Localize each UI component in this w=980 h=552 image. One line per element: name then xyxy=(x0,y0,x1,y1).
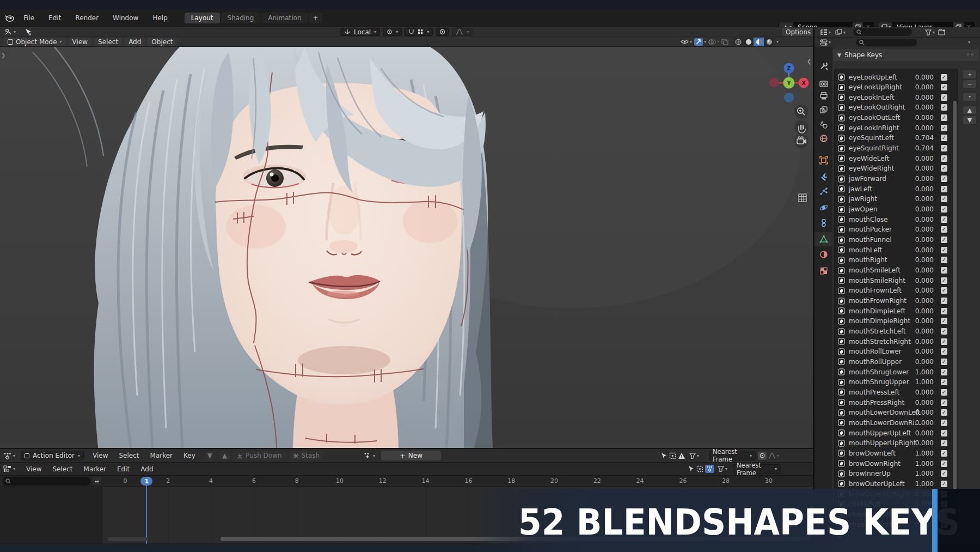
timeline-ruler[interactable]: 024681012141618202224262830 xyxy=(0,476,813,487)
shape-key-checkbox[interactable]: ✓ xyxy=(941,74,947,81)
move-shape-key-up-button[interactable]: ▲ xyxy=(963,106,977,115)
move-channel-up-button[interactable]: ▲ xyxy=(219,451,230,460)
shape-key-value[interactable]: 0.000 xyxy=(915,226,934,233)
shading-material-icon[interactable] xyxy=(754,38,764,46)
remove-shape-key-button[interactable]: − xyxy=(963,80,977,89)
channel-scrollbar[interactable] xyxy=(108,537,148,541)
filter-icon-2[interactable]: ▾ xyxy=(718,466,727,472)
shape-key-value[interactable]: 0.000 xyxy=(915,236,934,244)
shape-key-checkbox[interactable]: ✓ xyxy=(941,409,947,416)
shape-key-row[interactable]: mouthStretchRight0.000✓ xyxy=(835,336,958,347)
shape-key-row[interactable]: jawRight0.000✓ xyxy=(835,194,958,204)
shape-key-value[interactable]: 0.000 xyxy=(915,94,934,101)
shape-key-checkbox[interactable]: ✓ xyxy=(941,206,947,213)
timeline-menu-marker[interactable]: Marker xyxy=(78,465,112,473)
move-tool-icon[interactable] xyxy=(24,28,33,36)
shape-key-value[interactable]: 0.000 xyxy=(915,195,934,203)
error-icon[interactable] xyxy=(678,452,685,459)
properties-tab-texture[interactable] xyxy=(814,264,832,278)
move-channel-down-button[interactable]: ▼ xyxy=(204,451,216,460)
transform-orientation-dropdown[interactable]: Local ▾ xyxy=(340,28,380,36)
properties-tab-material[interactable] xyxy=(814,247,832,262)
shape-key-value[interactable]: 0.000 xyxy=(915,307,934,315)
workspace-tab-shading[interactable]: Shading xyxy=(221,13,261,23)
overlays-dropdown[interactable]: ▾ xyxy=(708,39,719,45)
shape-key-row[interactable]: mouthPressLeft0.000✓ xyxy=(835,387,958,397)
menu-edit[interactable]: Edit xyxy=(41,14,68,22)
shape-key-row[interactable]: mouthFunnel0.000✓ xyxy=(835,235,958,245)
shading-rendered-icon[interactable] xyxy=(764,38,774,46)
snap-keyframes-icon[interactable] xyxy=(705,465,714,473)
shape-key-checkbox[interactable]: ✓ xyxy=(941,257,947,263)
shape-key-checkbox[interactable]: ✓ xyxy=(941,308,947,314)
properties-collapse-arrow[interactable]: ❮ xyxy=(807,58,811,64)
shape-key-checkbox[interactable]: ✓ xyxy=(941,420,947,426)
xray-toggle-icon[interactable] xyxy=(721,39,728,45)
shape-key-value[interactable]: 0.000 xyxy=(915,409,934,416)
shape-key-checkbox[interactable]: ✓ xyxy=(941,236,947,243)
shape-key-value[interactable]: 1.000 xyxy=(915,480,934,488)
sidebar-toggle-arrow[interactable]: ❯ xyxy=(1,52,5,58)
proportional-edit-keys-icon[interactable] xyxy=(758,452,767,460)
navigation-gizmo[interactable]: Z X Y xyxy=(765,53,811,149)
shape-key-value[interactable]: 0.000 xyxy=(915,317,934,325)
show-hidden-icon-2[interactable] xyxy=(696,465,703,472)
shape-key-value[interactable]: 0.000 xyxy=(915,124,934,132)
proportional-editing-icon[interactable] xyxy=(436,28,449,36)
shape-key-row[interactable]: browInnerUp1.000✓ xyxy=(835,469,958,479)
shape-key-value[interactable]: 0.704 xyxy=(915,144,934,152)
viewport-menu-view[interactable]: View xyxy=(68,38,92,46)
timeline-menu-select[interactable]: Select xyxy=(47,465,78,473)
viewport-menu-add[interactable]: Add xyxy=(124,38,145,46)
mode-dropdown[interactable]: Object Mode ▾ xyxy=(3,38,66,46)
shape-key-row[interactable]: eyeLookInRight0.000✓ xyxy=(835,123,958,133)
shape-key-row[interactable]: jawForward0.000✓ xyxy=(835,174,958,184)
shape-key-row[interactable]: jawOpen0.000✓ xyxy=(835,204,958,215)
shape-key-checkbox[interactable]: ✓ xyxy=(941,298,947,304)
shape-key-checkbox[interactable]: ✓ xyxy=(941,359,947,365)
shape-key-value[interactable]: 0.000 xyxy=(915,358,934,366)
shape-key-value[interactable]: 0.000 xyxy=(915,155,934,162)
filter-icon[interactable]: ▾ xyxy=(689,453,699,459)
shape-key-row[interactable]: mouthShrugLower1.000✓ xyxy=(835,367,958,377)
snapping-dropdown[interactable]: ▾ xyxy=(405,28,433,36)
shape-key-row[interactable]: mouthLowerDownLeft0.000✓ xyxy=(835,408,958,418)
shape-key-checkbox[interactable]: ✓ xyxy=(941,277,947,284)
menu-help[interactable]: Help xyxy=(145,14,174,22)
shape-key-value[interactable]: 0.000 xyxy=(915,83,934,91)
shape-key-row[interactable]: eyeLookUpRight0.000✓ xyxy=(835,82,958,93)
properties-tab-object[interactable] xyxy=(814,153,832,167)
editor-type-button[interactable]: ▾ xyxy=(4,28,16,35)
shape-key-row[interactable]: eyeSquintRight0.704✓ xyxy=(835,143,958,154)
shape-key-value[interactable]: 0.000 xyxy=(915,74,934,81)
shape-key-value[interactable]: 1.000 xyxy=(915,368,934,376)
show-hidden-icon[interactable] xyxy=(669,452,676,459)
snap-dropdown-1[interactable]: Nearest Frame▾ xyxy=(709,451,756,460)
workspace-tab-animation[interactable]: Animation xyxy=(261,13,308,23)
outliner-search-input[interactable] xyxy=(853,28,912,36)
shading-solid-icon[interactable] xyxy=(743,38,754,46)
shape-key-checkbox[interactable]: ✓ xyxy=(941,155,947,162)
properties-search-input[interactable] xyxy=(856,39,917,46)
dope-editor-type-button[interactable]: ▾ xyxy=(3,452,15,459)
shape-key-row[interactable]: mouthClose0.000✓ xyxy=(835,214,958,225)
shape-key-value[interactable]: 0.000 xyxy=(915,389,934,396)
shape-key-value[interactable]: 0.000 xyxy=(915,297,934,305)
expand-channels-icon[interactable]: ↔ xyxy=(93,477,101,486)
dope-menu-marker[interactable]: Marker xyxy=(145,452,178,459)
channel-search-input[interactable] xyxy=(2,477,90,486)
grid-toggle-icon[interactable] xyxy=(797,192,808,204)
shape-key-row[interactable]: browOuterUpLeft1.000✓ xyxy=(835,478,958,489)
snap-target-dropdown[interactable]: ▾ xyxy=(383,28,402,36)
dope-menu-key[interactable]: Key xyxy=(178,452,201,459)
falloff-dropdown[interactable]: ▾ xyxy=(452,28,473,36)
shape-key-row[interactable]: mouthUpperUpLeft0.000✓ xyxy=(835,428,958,438)
shading-wireframe-icon[interactable] xyxy=(733,38,743,46)
shape-key-checkbox[interactable]: ✓ xyxy=(941,328,947,335)
shape-key-checkbox[interactable]: ✓ xyxy=(941,460,947,467)
shape-key-value[interactable]: 0.000 xyxy=(915,277,934,284)
shape-key-value[interactable]: 0.000 xyxy=(915,399,934,407)
properties-tab-physics[interactable] xyxy=(814,201,832,215)
viewport-3d[interactable]: ❯ Z X Y xyxy=(0,47,813,448)
properties-tab-tool[interactable] xyxy=(814,59,832,73)
